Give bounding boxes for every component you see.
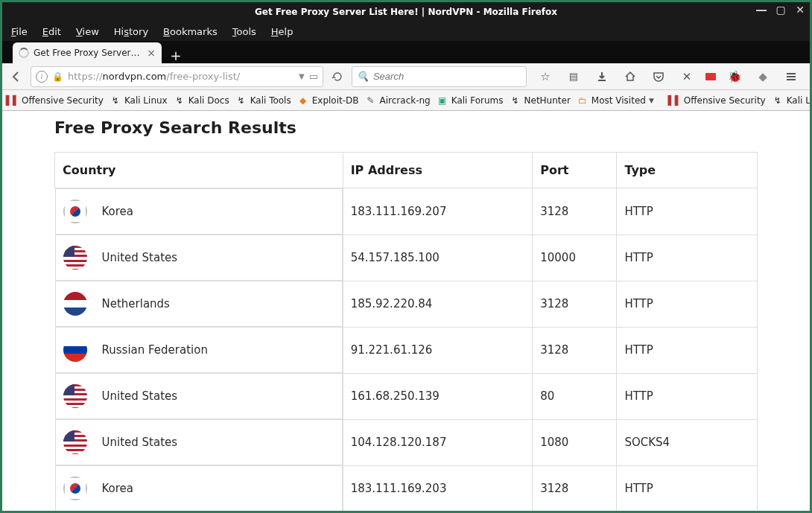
- extension-flag-icon[interactable]: [705, 73, 716, 80]
- country-cell: Korea: [55, 188, 343, 235]
- type-cell: HTTP: [617, 373, 758, 419]
- bookmark-label: Kali Linux: [787, 95, 810, 106]
- hamburger-menu-button[interactable]: [781, 67, 801, 86]
- downloads-icon[interactable]: [592, 67, 612, 86]
- library-icon[interactable]: ▤: [564, 67, 583, 86]
- bookmark-label: Exploit-DB: [312, 95, 359, 106]
- country-cell: United States: [55, 373, 343, 419]
- type-cell: HTTP: [617, 188, 758, 235]
- url-bar[interactable]: i 🔒 https://nordvpn.com/free-proxy-list/…: [31, 66, 323, 87]
- search-bar[interactable]: 🔍: [352, 66, 527, 87]
- flag-icon: [63, 246, 87, 270]
- menu-tools[interactable]: Tools: [232, 26, 256, 37]
- port-cell: 3128: [533, 188, 617, 235]
- country-cell: Netherlands: [55, 281, 343, 327]
- site-info-icon[interactable]: i: [36, 71, 48, 83]
- home-icon[interactable]: [621, 67, 640, 86]
- bookmark-item[interactable]: ↯Kali Docs: [174, 95, 229, 106]
- column-header: IP Address: [343, 153, 533, 188]
- bookmark-item[interactable]: ↯NetHunter: [510, 95, 571, 106]
- navigation-toolbar: i 🔒 https://nordvpn.com/free-proxy-list/…: [2, 63, 810, 90]
- bookmark-item[interactable]: ◆Exploit-DB: [297, 95, 359, 106]
- page-viewport: Free Proxy Search Results CountryIP Addr…: [2, 111, 810, 511]
- bookmarks-toolbar: ▌▌Offensive Security↯Kali Linux↯Kali Doc…: [2, 90, 810, 111]
- table-row: Russian Federation91.221.61.1263128HTTP: [55, 327, 758, 373]
- port-cell: 1080: [533, 419, 617, 465]
- new-tab-button[interactable]: +: [166, 47, 185, 63]
- reader-mode-icon[interactable]: ▭: [309, 71, 318, 82]
- bookmark-star-icon[interactable]: ☆: [536, 67, 555, 86]
- country-cell: United States: [55, 419, 343, 465]
- bookmark-item[interactable]: ✎Aircrack-ng: [365, 95, 431, 106]
- flag-icon: [63, 292, 87, 316]
- country-cell: Russian Federation: [55, 327, 343, 373]
- flag-icon: [63, 200, 87, 223]
- ip-cell: 185.92.220.84: [343, 281, 533, 327]
- bookmark-item[interactable]: ▣Kali Forums: [437, 95, 504, 106]
- bookmark-label: Offensive Security: [684, 95, 766, 106]
- ip-cell: 161.68.250.139: [343, 373, 533, 419]
- country-name: Korea: [102, 482, 134, 495]
- bookmark-item[interactable]: ↯Kali Tools: [235, 95, 291, 106]
- page-scrollarea[interactable]: Free Proxy Search Results CountryIP Addr…: [2, 111, 810, 511]
- tab-close-button[interactable]: ×: [147, 47, 156, 59]
- ip-cell: 183.111.169.207: [343, 188, 533, 235]
- bookmark-item[interactable]: ↯Kali Linux: [772, 95, 810, 106]
- table-row: United States161.68.250.13980HTTP: [55, 373, 758, 419]
- window-title: Get Free Proxy Server List Here! | NordV…: [2, 7, 810, 17]
- country-cell: United States: [55, 235, 343, 281]
- extension-misc-icon[interactable]: 🐞: [725, 67, 744, 86]
- search-icon: 🔍: [357, 71, 369, 82]
- ip-cell: 183.111.169.203: [343, 465, 533, 511]
- country-name: Netherlands: [102, 297, 170, 310]
- window-close-button[interactable]: ✕: [795, 4, 805, 15]
- bookmark-label: Kali Linux: [124, 95, 168, 106]
- type-cell: HTTP: [617, 465, 758, 511]
- ip-cell: 104.128.120.187: [343, 419, 533, 465]
- menu-view[interactable]: View: [76, 26, 99, 37]
- type-cell: HTTP: [617, 327, 758, 373]
- bookmark-label: NetHunter: [524, 95, 571, 106]
- bookmark-label: Offensive Security: [22, 95, 104, 106]
- country-name: Russian Federation: [102, 343, 208, 357]
- back-button[interactable]: [7, 67, 26, 86]
- tab-active[interactable]: Get Free Proxy Server List … ×: [13, 42, 162, 63]
- bookmark-item[interactable]: 🗀Most Visited▼: [577, 95, 654, 106]
- menu-history[interactable]: History: [114, 26, 148, 37]
- port-cell: 3128: [533, 327, 617, 373]
- reload-button[interactable]: [328, 67, 347, 86]
- menu-file[interactable]: File: [11, 26, 28, 37]
- window-titlebar: Get Free Proxy Server List Here! | NordV…: [2, 2, 810, 22]
- menu-help[interactable]: Help: [271, 26, 294, 37]
- bookmark-item[interactable]: ↯Kali Linux: [110, 95, 168, 106]
- table-row: United States54.157.185.10010000HTTP: [55, 235, 758, 281]
- table-row: Korea183.111.169.2033128HTTP: [55, 465, 758, 511]
- port-cell: 3128: [533, 281, 617, 327]
- lock-icon: 🔒: [52, 71, 63, 82]
- menu-bookmarks[interactable]: Bookmarks: [163, 26, 218, 37]
- url-text: https://nordvpn.com/free-proxy-list/: [68, 71, 294, 82]
- ip-cell: 54.157.185.100: [343, 235, 533, 281]
- url-dropdown-icon[interactable]: ▼: [299, 72, 305, 80]
- pocket-icon[interactable]: [649, 67, 668, 86]
- type-cell: SOCKS4: [617, 419, 758, 465]
- tab-strip: Get Free Proxy Server List … × +: [2, 41, 810, 63]
- menu-edit[interactable]: Edit: [42, 26, 61, 37]
- bookmark-label: Kali Forums: [451, 95, 504, 106]
- noscript-icon[interactable]: ✕: [677, 67, 697, 86]
- country-name: United States: [102, 389, 178, 403]
- bookmark-item[interactable]: ▌▌Offensive Security: [669, 95, 766, 106]
- window-minimize-button[interactable]: ―: [756, 4, 767, 15]
- extension-bug-icon[interactable]: ◆: [753, 67, 773, 86]
- table-row: Korea183.111.169.2073128HTTP: [55, 188, 758, 235]
- type-cell: HTTP: [617, 235, 758, 281]
- table-row: United States104.128.120.1871080SOCKS4: [55, 419, 758, 465]
- window-maximize-button[interactable]: ▢: [775, 4, 786, 15]
- column-header: Type: [617, 153, 758, 188]
- bookmark-item[interactable]: ▌▌Offensive Security: [7, 95, 104, 106]
- bookmark-label: Aircrack-ng: [380, 95, 431, 106]
- chevron-down-icon: ▼: [649, 97, 654, 104]
- column-header: Country: [55, 153, 343, 188]
- search-input[interactable]: [373, 71, 521, 82]
- page-heading: Free Proxy Search Results: [54, 118, 758, 137]
